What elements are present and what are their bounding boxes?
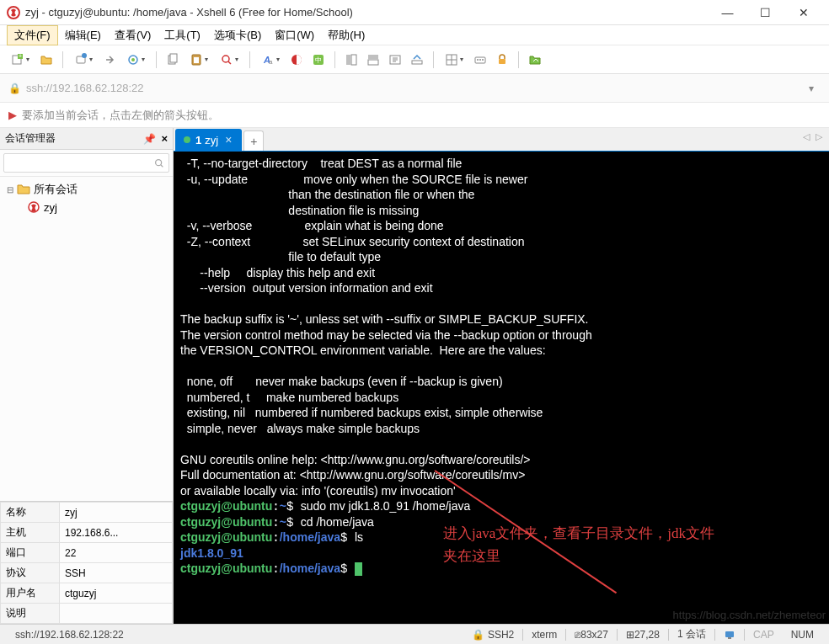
- svg-point-28: [482, 59, 484, 61]
- menu-file[interactable]: 文件(F): [7, 25, 58, 45]
- prop-key: 名称: [1, 503, 60, 523]
- menu-window[interactable]: 窗口(W): [268, 26, 321, 45]
- open-button[interactable]: [37, 51, 56, 69]
- tab-close-icon[interactable]: ×: [225, 133, 232, 146]
- tree-session-item[interactable]: zyj: [24, 199, 169, 216]
- terminal-cursor: [355, 562, 362, 576]
- svg-rect-11: [194, 57, 199, 63]
- prop-val: 192.168.6...: [60, 523, 173, 543]
- window-controls: — ☐ ✕: [709, 0, 822, 25]
- encoding-button[interactable]: 中: [309, 51, 328, 69]
- collapse-icon[interactable]: ⊟: [7, 185, 17, 194]
- pin-icon[interactable]: 📌: [143, 133, 156, 145]
- prop-key: 协议: [1, 563, 60, 583]
- quick-command-button[interactable]: [386, 51, 404, 69]
- panel-close-icon[interactable]: ×: [161, 132, 168, 145]
- window-title: zyj - ctguzyj@ubuntu: /home/java - Xshel…: [25, 6, 709, 19]
- svg-text:a: a: [269, 58, 273, 66]
- session-properties: 名称zyj 主机192.168.6... 端口22 协议SSH 用户名ctguz…: [0, 501, 173, 624]
- panel-title: 会话管理器: [5, 131, 56, 146]
- menubar: 文件(F) 编辑(E) 查看(V) 工具(T) 选项卡(B) 窗口(W) 帮助(…: [0, 25, 829, 45]
- svg-text:中: 中: [315, 56, 322, 64]
- menu-edit[interactable]: 编辑(E): [58, 26, 108, 45]
- xftp-button[interactable]: [526, 51, 544, 69]
- status-size: ⎚ 83x27: [566, 629, 617, 641]
- address-dropdown-icon[interactable]: ▾: [802, 82, 821, 94]
- svg-rect-32: [728, 637, 731, 639]
- content-area: 1 zyj × + ◁ ▷ -T, --no-target-directory …: [174, 128, 829, 624]
- tab-status-dot: [184, 136, 190, 143]
- folder-icon: [17, 183, 30, 196]
- prop-val: [60, 604, 173, 624]
- hint-text: 要添加当前会话，点击左侧的箭头按钮。: [22, 108, 219, 123]
- svg-rect-23: [412, 61, 422, 64]
- svg-point-26: [477, 59, 479, 61]
- connect-button[interactable]: [70, 51, 97, 69]
- lock-button[interactable]: [493, 51, 511, 69]
- watermark: https://blog.csdn.net/zhemeteor: [673, 609, 826, 622]
- menu-view[interactable]: 查看(V): [108, 26, 158, 45]
- tree-root[interactable]: ⊟ 所有会话: [3, 180, 169, 199]
- prop-key: 用户名: [1, 583, 60, 604]
- status-cursor-pos: ⊞ 27,28: [618, 629, 668, 641]
- svg-rect-19: [351, 55, 356, 65]
- color-scheme-button[interactable]: [287, 51, 306, 69]
- new-session-button[interactable]: +: [7, 51, 34, 69]
- prop-key: 端口: [1, 543, 60, 563]
- tree-session-label: zyj: [44, 201, 57, 214]
- prop-row: 说明: [1, 604, 173, 624]
- tab-number: 1: [195, 134, 201, 146]
- disconnect-button[interactable]: [100, 51, 119, 69]
- close-button[interactable]: ✕: [784, 0, 822, 25]
- menu-tools[interactable]: 工具(T): [158, 26, 207, 45]
- status-address: ssh://192.168.62.128:22: [7, 629, 132, 641]
- svg-point-12: [222, 56, 229, 62]
- prop-val: SSH: [60, 563, 173, 583]
- tab-nav-arrows[interactable]: ◁ ▷: [803, 131, 824, 142]
- paste-button[interactable]: [185, 51, 212, 69]
- prop-row: 端口22: [1, 543, 173, 563]
- address-bar: 🔒 ▾: [0, 74, 829, 103]
- tree-root-label: 所有会话: [34, 182, 78, 197]
- prop-val: ctguzyj: [60, 583, 173, 604]
- reconnect-button[interactable]: [122, 51, 149, 69]
- hint-bar: ▶ 要添加当前会话，点击左侧的箭头按钮。: [0, 103, 829, 128]
- font-button[interactable]: Aa: [257, 51, 284, 69]
- status-term: xterm: [523, 629, 565, 641]
- tunneling-panel-button[interactable]: [364, 51, 382, 69]
- tab-session[interactable]: 1 zyj ×: [175, 129, 242, 151]
- terminal[interactable]: -T, --no-target-directory treat DEST as …: [174, 152, 829, 624]
- prop-val: zyj: [60, 503, 173, 523]
- svg-rect-18: [346, 55, 350, 65]
- address-input[interactable]: [26, 82, 802, 94]
- session-search: [0, 150, 173, 177]
- key-mapping-button[interactable]: [471, 51, 489, 69]
- svg-rect-29: [499, 59, 505, 64]
- main-area: 会话管理器 📌 × ⊟ 所有会话 zyj 名称zyj 主机192.168.6..…: [0, 128, 829, 624]
- sessions-panel-button[interactable]: [342, 51, 361, 69]
- svg-rect-9: [170, 54, 177, 62]
- toolbar: + Aa 中: [0, 45, 829, 74]
- annotation-text: 进入java文件夹，查看子目录文件，jdk文件夹在这里: [443, 522, 721, 567]
- svg-point-27: [479, 59, 481, 61]
- status-sessions: 1 会话: [669, 627, 714, 641]
- tab-add-button[interactable]: +: [243, 130, 264, 151]
- search-input[interactable]: [3, 153, 169, 173]
- panel-header: 会话管理器 📌 ×: [0, 128, 173, 150]
- find-button[interactable]: [216, 51, 243, 69]
- svg-point-5: [82, 53, 87, 58]
- lock-icon: 🔒: [8, 82, 21, 94]
- app-icon: [7, 6, 20, 19]
- tab-label: zyj: [205, 134, 218, 146]
- svg-rect-21: [368, 60, 378, 65]
- layout-button[interactable]: [441, 51, 468, 69]
- menu-help[interactable]: 帮助(H): [321, 26, 372, 45]
- svg-rect-31: [725, 631, 734, 637]
- copy-button[interactable]: [163, 51, 182, 69]
- compose-button[interactable]: [408, 51, 426, 69]
- minimize-button[interactable]: —: [709, 0, 746, 25]
- prop-row: 协议SSH: [1, 563, 173, 583]
- maximize-button[interactable]: ☐: [746, 0, 784, 25]
- tab-bar: 1 zyj × + ◁ ▷: [174, 128, 829, 152]
- menu-tabs[interactable]: 选项卡(B): [207, 26, 268, 45]
